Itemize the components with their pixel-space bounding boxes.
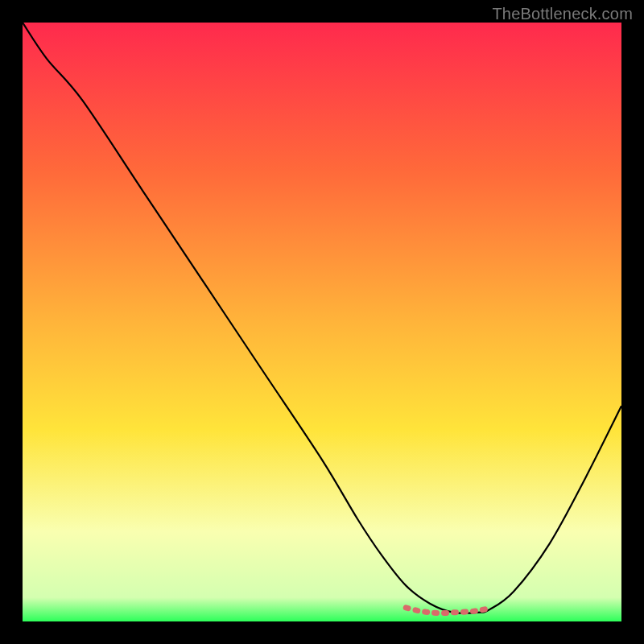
chart-area xyxy=(23,23,621,621)
gradient-background xyxy=(23,23,621,621)
watermark-text: TheBottleneck.com xyxy=(492,5,633,23)
chart-svg xyxy=(23,23,621,621)
